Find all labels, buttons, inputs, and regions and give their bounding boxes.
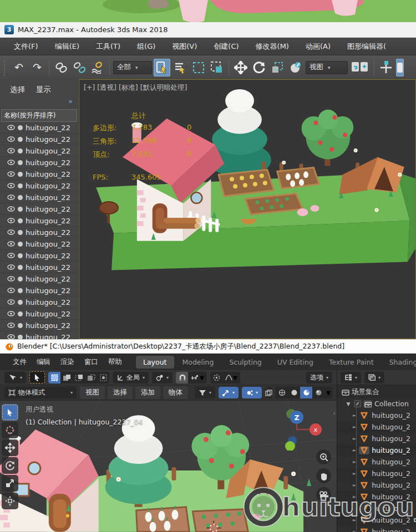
tool-transform[interactable] bbox=[2, 493, 18, 509]
unlink-selection-icon[interactable] bbox=[71, 59, 88, 76]
max-menu-item[interactable]: 图形编辑器( bbox=[339, 38, 394, 55]
explorer-row[interactable]: huitugou_22 bbox=[0, 145, 78, 157]
visibility-eye-icon[interactable] bbox=[7, 171, 15, 177]
outliner-item[interactable]: ► huitugou_2 bbox=[337, 433, 416, 444]
tool-cursor[interactable] bbox=[2, 422, 18, 438]
explorer-row[interactable]: huitugou_22 bbox=[0, 285, 78, 296]
outliner-item[interactable]: ► huitugou_2 bbox=[337, 410, 416, 421]
object-dot-icon[interactable] bbox=[18, 183, 23, 188]
explorer-row[interactable]: huitugou_22 bbox=[0, 273, 78, 285]
workspace-tab[interactable]: Shading bbox=[382, 356, 416, 369]
explorer-row[interactable]: huitugou_22 bbox=[0, 122, 78, 134]
blender-menu-item[interactable]: 渲染 bbox=[55, 356, 79, 369]
display-mode-dropdown[interactable]: ▾ bbox=[364, 372, 384, 383]
visibility-eye-icon[interactable] bbox=[7, 334, 15, 339]
blender-viewport[interactable]: 用户透视 (1) Collection | huitugou_2237_04 Z… bbox=[0, 401, 337, 532]
viewport-menu-item[interactable]: 添加 bbox=[135, 386, 160, 399]
explorer-tab[interactable]: 显示 bbox=[32, 84, 55, 96]
max-menu-item[interactable]: 视图(V) bbox=[164, 38, 205, 55]
visibility-eye-icon[interactable] bbox=[7, 206, 15, 212]
select-object-button[interactable] bbox=[154, 59, 170, 76]
viewport-menu-item[interactable]: 选择 bbox=[108, 386, 133, 399]
outliner-item[interactable]: ► huitugou_2 bbox=[337, 503, 416, 514]
workspace-tab[interactable]: Sculpting bbox=[222, 356, 268, 369]
blender-menu-item[interactable]: 编辑 bbox=[32, 356, 55, 369]
viewport-menu-item[interactable]: 物体 bbox=[163, 386, 188, 399]
bind-to-space-warp-icon[interactable] bbox=[89, 59, 106, 76]
max-menu-item[interactable]: 修改器(M) bbox=[247, 38, 297, 55]
mirror-button[interactable] bbox=[349, 59, 371, 76]
max-menu-item[interactable]: 动画(A) bbox=[297, 38, 339, 55]
rectangular-selection-region-button[interactable] bbox=[190, 59, 207, 76]
show-gizmo-dropdown[interactable]: ▾ bbox=[219, 387, 239, 398]
object-dot-icon[interactable] bbox=[18, 265, 23, 270]
tool-select-box[interactable] bbox=[2, 404, 18, 421]
outliner-item[interactable]: ► huitugou_2 bbox=[337, 456, 416, 468]
explorer-tab[interactable]: 选择 bbox=[6, 84, 29, 96]
window-crossing-toggle-button[interactable] bbox=[209, 59, 225, 76]
outliner-item[interactable]: ► huitugou_2 bbox=[337, 514, 416, 526]
explorer-row[interactable]: huitugou_22 bbox=[0, 296, 78, 308]
explorer-more-chevron[interactable]: » bbox=[0, 97, 78, 108]
visibility-eye-icon[interactable] bbox=[7, 125, 15, 130]
active-tool-dropdown[interactable]: ▾ bbox=[4, 372, 26, 383]
object-dot-icon[interactable] bbox=[18, 207, 23, 212]
object-dot-icon[interactable] bbox=[18, 218, 23, 223]
select-and-place-button[interactable] bbox=[287, 59, 304, 76]
proportional-editing-toggle[interactable] bbox=[210, 372, 222, 383]
object-dot-icon[interactable] bbox=[18, 195, 23, 200]
visibility-eye-icon[interactable] bbox=[7, 264, 15, 270]
visibility-eye-icon[interactable] bbox=[7, 288, 15, 293]
select-mode-subtract[interactable] bbox=[73, 372, 85, 383]
visibility-eye-icon[interactable] bbox=[7, 160, 15, 165]
visibility-eye-icon[interactable] bbox=[7, 323, 15, 328]
object-dot-icon[interactable] bbox=[18, 172, 23, 177]
object-dot-icon[interactable] bbox=[18, 335, 23, 340]
shading-material-button[interactable] bbox=[300, 387, 312, 398]
max-menu-item[interactable]: 组(G) bbox=[129, 38, 164, 55]
viewport-menu-item[interactable]: 视图 bbox=[80, 386, 105, 399]
object-dot-icon[interactable] bbox=[18, 160, 23, 165]
tool-rotate[interactable] bbox=[2, 457, 18, 474]
visibility-eye-icon[interactable] bbox=[7, 136, 15, 142]
proportional-falloff-dropdown[interactable]: ▾ bbox=[222, 372, 240, 383]
blender-menu-item[interactable]: 文件 bbox=[8, 356, 32, 369]
max-menu-item[interactable]: 文件(F) bbox=[6, 38, 47, 55]
object-dot-icon[interactable] bbox=[18, 277, 23, 282]
object-dot-icon[interactable] bbox=[18, 300, 23, 305]
explorer-row[interactable]: huitugou_22 bbox=[0, 227, 78, 238]
object-dot-icon[interactable] bbox=[18, 137, 23, 142]
object-dot-icon[interactable] bbox=[18, 311, 23, 316]
object-dot-icon[interactable] bbox=[18, 242, 23, 247]
explorer-row[interactable]: huitugou_22 bbox=[0, 250, 78, 262]
object-dot-icon[interactable] bbox=[18, 230, 23, 235]
outliner-item[interactable]: ► huitugou_2 bbox=[337, 479, 416, 491]
max-menu-item[interactable]: 编辑(E) bbox=[47, 38, 88, 55]
visibility-eye-icon[interactable] bbox=[7, 276, 15, 282]
redo-button[interactable]: ↷ bbox=[29, 59, 45, 76]
sidebar-collapse-arrow[interactable]: ‹ bbox=[333, 410, 336, 417]
explorer-row[interactable]: huitugou_22 bbox=[0, 134, 78, 145]
explorer-row[interactable]: huitugou_22 bbox=[0, 203, 78, 215]
editor-type-dropdown[interactable]: ▾ bbox=[341, 372, 361, 383]
explorer-row[interactable]: huitugou_22 bbox=[0, 262, 78, 273]
select-box-tool-button[interactable] bbox=[29, 371, 45, 383]
workspace-tab[interactable]: Layout bbox=[136, 356, 174, 369]
explorer-row[interactable]: huitugou_22 bbox=[0, 331, 78, 339]
workspace-tab[interactable]: Texture Paint bbox=[322, 356, 381, 369]
selection-filter-dropdown[interactable]: 全部 ▾ bbox=[113, 61, 152, 74]
visibility-eye-icon[interactable] bbox=[7, 299, 15, 305]
select-and-move-button[interactable] bbox=[232, 59, 249, 76]
shading-rendered-button[interactable] bbox=[312, 387, 324, 398]
visibility-eye-icon[interactable] bbox=[7, 241, 15, 247]
toolbar-grip[interactable] bbox=[4, 59, 7, 76]
blender-menu-item[interactable]: 帮助 bbox=[103, 356, 127, 369]
object-dot-icon[interactable] bbox=[18, 253, 23, 258]
object-dot-icon[interactable] bbox=[18, 125, 23, 130]
visibility-eye-icon[interactable] bbox=[7, 218, 15, 223]
transform-orientation-dropdown[interactable]: 全局 ▾ bbox=[113, 372, 149, 383]
snap-toggle[interactable] bbox=[176, 372, 188, 383]
select-mode-extend[interactable] bbox=[60, 372, 73, 383]
max-menu-item[interactable]: 创建(C) bbox=[205, 38, 247, 55]
disclosure-triangle-icon[interactable]: ▼ bbox=[345, 401, 352, 407]
